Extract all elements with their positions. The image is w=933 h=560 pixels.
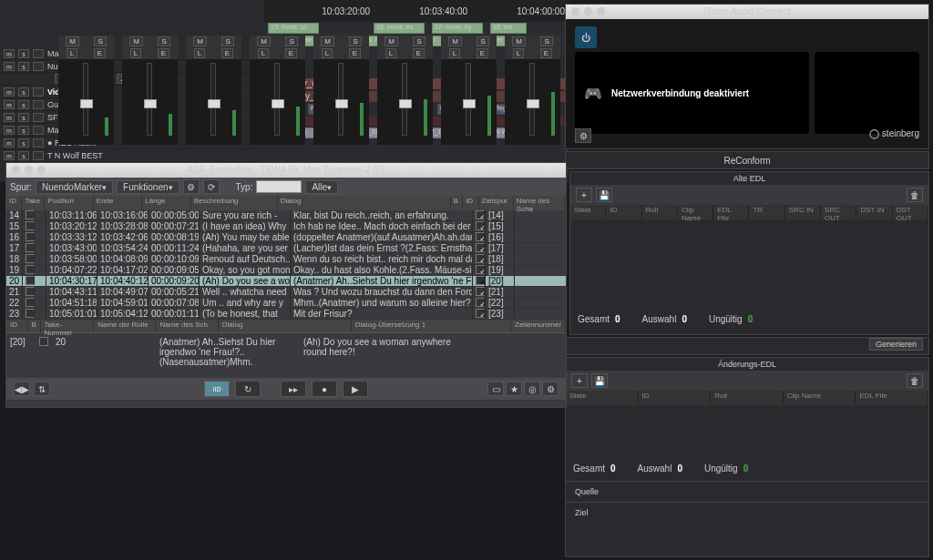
col-header[interactable]: EDL File [856, 391, 928, 405]
ms-button[interactable]: M [66, 36, 79, 46]
le-button[interactable]: E [413, 48, 425, 58]
adr-titlebar[interactable]: ADR-Bedienfeld - TBWA BK Men Türsteher-2… [6, 163, 566, 178]
checkbox[interactable] [39, 337, 48, 346]
ms-button[interactable]: S [94, 36, 106, 46]
col-header[interactable]: Dialog-Übersetzung 1 [352, 320, 511, 332]
col-header[interactable]: SRC OUT [821, 205, 856, 219]
solo-button[interactable]: s [18, 49, 29, 58]
mute-button[interactable]: m [4, 138, 15, 148]
mute-button[interactable]: m [4, 113, 15, 122]
col-header[interactable]: Clip Name [678, 205, 713, 219]
add-icon[interactable]: + [576, 188, 592, 202]
adr-row[interactable]: 2210:04:51:1810:04:59:0100:00:07:08Um ..… [6, 298, 566, 309]
ms-button[interactable]: M [257, 36, 271, 46]
fader-knob[interactable] [399, 99, 412, 108]
fader-knob[interactable] [272, 99, 284, 108]
col-header[interactable]: Zeilennummer [511, 320, 566, 332]
checkbox[interactable]: ✓ [476, 287, 485, 296]
gear-icon[interactable]: ⚙ [542, 382, 559, 396]
col-header[interactable]: ID [6, 320, 28, 332]
checkbox[interactable] [26, 276, 35, 285]
alle-dropdown[interactable]: Alle▾ [305, 180, 338, 194]
power-icon[interactable]: ⏻ [575, 26, 597, 48]
col-header[interactable]: Länge [142, 196, 190, 210]
add-icon[interactable]: + [571, 373, 588, 388]
marker-clip[interactable]: 17: mone..hy [432, 23, 483, 34]
window-icon[interactable]: ▭ [487, 382, 504, 396]
checkbox[interactable] [26, 309, 35, 318]
ms-button[interactable]: M [129, 36, 143, 46]
mute-button[interactable]: m [4, 151, 15, 160]
ms-button[interactable]: S [221, 36, 233, 46]
btn[interactable] [33, 126, 44, 135]
col-header[interactable]: DST IN [856, 205, 892, 219]
trash-icon[interactable]: 🗑 [907, 373, 923, 388]
ms-button[interactable]: S [285, 36, 297, 46]
marker-clip[interactable]: 18: mo.. [490, 23, 527, 34]
btn[interactable] [33, 138, 44, 148]
btn[interactable] [33, 113, 44, 122]
col-header[interactable]: Name der Rolle [94, 320, 156, 332]
fader-knob[interactable] [144, 99, 157, 108]
generate-button[interactable]: Generieren [869, 338, 923, 351]
solo-button[interactable]: s [18, 138, 29, 148]
le-button[interactable]: L [67, 48, 77, 58]
mute-button[interactable]: m [4, 87, 15, 97]
mute-button[interactable]: m [4, 100, 15, 109]
ms-button[interactable]: S [413, 36, 425, 46]
solo-button[interactable]: s [18, 151, 29, 160]
col-header[interactable]: ID [639, 391, 712, 405]
ms-button[interactable]: S [477, 36, 488, 46]
col-header[interactable]: Take [22, 196, 45, 210]
adr-row[interactable]: 1410:03:11:0610:03:16:0600:00:05:00Sure … [6, 210, 566, 221]
le-button[interactable]: L [194, 48, 205, 58]
checkbox[interactable]: ✓ [476, 309, 485, 318]
fader-knob[interactable] [208, 99, 220, 108]
col-header[interactable]: Clip Name [784, 391, 856, 405]
col-header[interactable]: State [566, 391, 639, 405]
le-button[interactable]: E [285, 48, 297, 58]
ms-button[interactable]: S [540, 36, 552, 46]
checkbox[interactable]: ✓ [476, 243, 485, 252]
ms-button[interactable]: M [512, 36, 526, 46]
ms-button[interactable]: M [193, 36, 207, 46]
col-header[interactable]: ID [6, 196, 22, 210]
col-header[interactable]: State [570, 205, 606, 219]
col-header[interactable]: Roll [711, 391, 784, 405]
le-button[interactable]: E [477, 48, 488, 58]
solo-button[interactable]: s [18, 126, 29, 135]
checkbox[interactable]: ✓ [476, 210, 485, 219]
adr-row[interactable]: 1610:03:33:1210:03:42:0600:00:08:19(Ah) … [6, 232, 566, 243]
checkbox[interactable]: ✓ [476, 298, 485, 307]
btn[interactable] [33, 62, 44, 71]
loop-button[interactable]: ↻ [235, 381, 261, 397]
col-header[interactable]: B [451, 196, 464, 210]
col-header[interactable]: ID [606, 205, 641, 219]
mute-button[interactable]: m [4, 62, 15, 71]
target-icon[interactable]: ◎ [524, 382, 540, 396]
gear-icon[interactable]: ⚙ [183, 179, 200, 194]
expand-icon[interactable]: ⇅ [34, 382, 50, 396]
solo-button[interactable]: s [18, 100, 29, 109]
star-icon[interactable]: ★ [506, 382, 522, 396]
le-button[interactable]: L [385, 48, 396, 58]
adr-row[interactable]: 1910:04:07:2210:04:17:0200:00:09:05Okay,… [6, 265, 566, 276]
refresh-icon[interactable]: ⟳ [203, 179, 220, 194]
col-header[interactable]: Ende [94, 196, 142, 210]
fader-knob[interactable] [335, 99, 348, 108]
solo-button[interactable]: s [18, 87, 29, 97]
mode-button[interactable]: IID [204, 381, 230, 397]
fader-knob[interactable] [527, 99, 539, 108]
le-button[interactable]: E [221, 48, 233, 58]
checkbox[interactable] [26, 243, 35, 252]
le-button[interactable]: E [540, 48, 552, 58]
checkbox[interactable] [26, 287, 35, 296]
funktionen-dropdown[interactable]: Funktionen▾ [117, 180, 179, 194]
col-header[interactable]: Take-Nummer [41, 320, 95, 332]
ms-button[interactable]: M [321, 36, 334, 46]
trash-icon[interactable]: 🗑 [907, 188, 923, 202]
le-button[interactable]: E [94, 48, 106, 58]
adr-row[interactable]: 1810:03:58:0010:04:08:0900:00:10:09Renou… [6, 254, 566, 265]
marker-clip[interactable]: 16: mone..es [374, 23, 425, 34]
collapse-icon[interactable]: ◀▶ [14, 382, 30, 396]
